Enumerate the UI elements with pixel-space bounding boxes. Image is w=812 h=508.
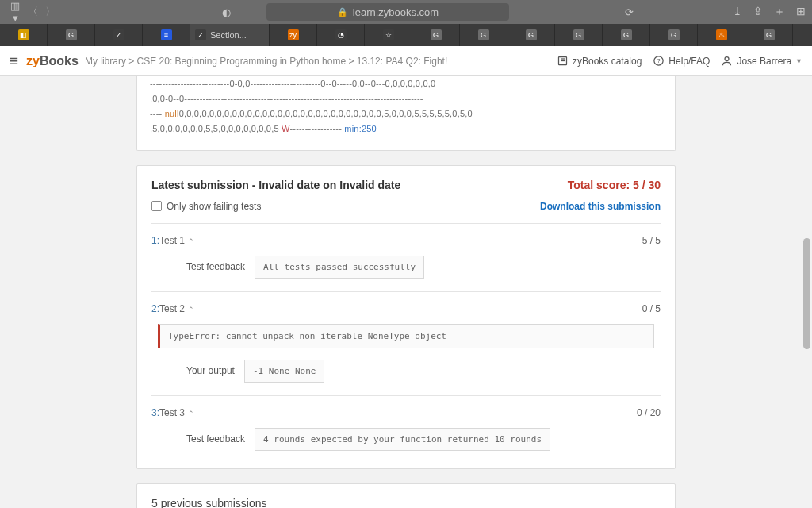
- zybooks-nav: ≡ zyBooks My library > CSE 20: Beginning…: [0, 46, 812, 76]
- chevron-up-icon: ⌃: [188, 306, 194, 314]
- tab-11[interactable]: G: [508, 24, 555, 46]
- tab-16[interactable]: G: [745, 24, 793, 46]
- tab-4[interactable]: ≡: [143, 24, 190, 46]
- tab-15[interactable]: ♨: [698, 24, 745, 46]
- lock-icon: 🔒: [337, 7, 348, 17]
- console-output-card: --------------------------0-0,0---------…: [136, 76, 676, 151]
- tab-6[interactable]: zy: [270, 24, 317, 46]
- feedback-label: Test feedback: [186, 433, 245, 444]
- tab-12[interactable]: G: [555, 24, 603, 46]
- chevron-up-icon: ⌃: [188, 410, 194, 418]
- user-icon: [721, 55, 733, 67]
- shield-icon[interactable]: ◐: [217, 6, 235, 18]
- total-score: Total score: 5 / 30: [568, 179, 661, 191]
- tab-1[interactable]: ◧: [0, 24, 48, 46]
- only-failing-toggle[interactable]: Only show failing tests: [151, 201, 261, 212]
- chevron-down-icon: ▼: [795, 57, 802, 65]
- test-header[interactable]: 3:Test 3⌃ 0 / 20: [151, 407, 661, 418]
- brand-logo[interactable]: zyBooks: [26, 54, 79, 68]
- scrollbar-thumb[interactable]: [803, 238, 810, 349]
- page-content: --------------------------0-0,0---------…: [0, 76, 812, 508]
- output-box: -1 None None: [244, 360, 324, 383]
- previous-heading: 5 previous submissions: [151, 497, 267, 508]
- menu-icon[interactable]: ≡: [10, 52, 18, 70]
- checkbox-icon: [151, 201, 162, 211]
- tab-strip: ◧ G Z ≡ Z Section... zy ◔ ☆ G G G G G G …: [0, 24, 812, 46]
- address-bar[interactable]: 🔒 learn.zybooks.com: [266, 3, 509, 21]
- test-header[interactable]: 1:Test 1⌃ 5 / 5: [151, 235, 661, 246]
- tab-7[interactable]: ◔: [317, 24, 365, 46]
- test-header[interactable]: 2:Test 2⌃ 0 / 5: [151, 303, 661, 314]
- tab-8[interactable]: ☆: [365, 24, 412, 46]
- download-submission-link[interactable]: Download this submission: [540, 201, 661, 212]
- sidebar-toggle-icon[interactable]: ▥ ▾: [6, 0, 24, 24]
- error-box: TypeError: cannot unpack non-iterable No…: [158, 324, 654, 348]
- test-row-3: 3:Test 3⌃ 0 / 20 Test feedback 4 rounds …: [151, 395, 661, 464]
- svg-point-5: [725, 57, 729, 61]
- tab-active[interactable]: Z Section...: [190, 24, 270, 46]
- book-icon: [557, 55, 569, 67]
- help-link[interactable]: ? Help/FAQ: [653, 55, 710, 67]
- tab-3[interactable]: Z: [95, 24, 143, 46]
- forward-button: 〉: [41, 5, 59, 19]
- tab-9[interactable]: G: [412, 24, 460, 46]
- downloads-icon[interactable]: ⤓: [733, 5, 742, 19]
- reload-icon[interactable]: ⟳: [620, 6, 638, 18]
- catalog-link[interactable]: zyBooks catalog: [557, 55, 642, 67]
- url-host: learn.zybooks.com: [353, 6, 439, 18]
- results-card: Latest submission - Invalid date on Inva…: [136, 165, 676, 469]
- test-score: 5 / 5: [642, 235, 661, 246]
- test-score: 0 / 20: [637, 407, 661, 418]
- chevron-up-icon: ⌃: [188, 237, 194, 245]
- user-menu[interactable]: Jose Barrera ▼: [721, 55, 802, 67]
- tab-2[interactable]: G: [48, 24, 95, 46]
- share-icon[interactable]: ⇪: [753, 5, 763, 19]
- feedback-label: Test feedback: [186, 261, 245, 272]
- tab-label: Section...: [210, 30, 247, 40]
- test-score: 0 / 5: [642, 303, 661, 314]
- back-button[interactable]: 〈: [24, 5, 41, 19]
- previous-submissions-card[interactable]: 5 previous submissions: [136, 483, 676, 508]
- submission-heading: Latest submission - Invalid date on Inva…: [151, 179, 400, 191]
- tab-14[interactable]: G: [650, 24, 698, 46]
- output-label: Your output: [186, 365, 235, 376]
- browser-toolbar: ▥ ▾ 〈 〉 ◐ 🔒 learn.zybooks.com ⟳ ⤓ ⇪ ＋ ⊞: [0, 0, 812, 24]
- test-row-2: 2:Test 2⌃ 0 / 5 TypeError: cannot unpack…: [151, 291, 661, 395]
- feedback-box: All tests passed successfully: [255, 256, 424, 279]
- tab-13[interactable]: G: [603, 24, 650, 46]
- new-tab-icon[interactable]: ＋: [774, 5, 785, 19]
- tabs-overview-icon[interactable]: ⊞: [796, 5, 806, 19]
- tab-10[interactable]: G: [460, 24, 508, 46]
- test-row-1: 1:Test 1⌃ 5 / 5 Test feedback All tests …: [151, 223, 661, 291]
- breadcrumb[interactable]: My library > CSE 20: Beginning Programmi…: [85, 56, 447, 67]
- help-icon: ?: [653, 55, 665, 67]
- svg-text:?: ?: [657, 57, 661, 64]
- feedback-box: 4 rounds expected by your function retur…: [255, 428, 550, 451]
- console-output: --------------------------0-0,0---------…: [150, 76, 662, 137]
